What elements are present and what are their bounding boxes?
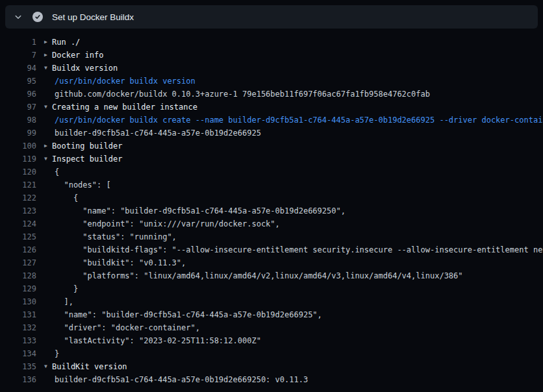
log-line: 130 ], xyxy=(0,295,543,308)
chevron-down-icon[interactable] xyxy=(13,12,23,22)
log-line: 124 "endpoint": "unix:///var/run/docker.… xyxy=(0,217,543,230)
log-line: 123 "name": "builder-d9cfb5a1-c764-445a-… xyxy=(0,204,543,217)
line-number[interactable]: 1 xyxy=(0,36,36,49)
output-text: } xyxy=(55,347,59,360)
marker-spacer xyxy=(44,75,52,88)
output-text: "platforms": "linux/amd64,linux/amd64/v2… xyxy=(55,269,463,282)
output-text: "name": "builder-d9cfb5a1-c764-445a-a57e… xyxy=(55,308,322,321)
marker-spacer xyxy=(44,269,52,282)
log-line: 132 "driver": "docker-container", xyxy=(0,321,543,334)
output-text: "driver": "docker-container", xyxy=(55,321,200,334)
marker-spacer xyxy=(44,127,52,140)
output-text: "name": "builder-d9cfb5a1-c764-445a-a57e… xyxy=(55,204,346,217)
line-number[interactable]: 130 xyxy=(0,295,36,308)
log-line: 96github.com/docker/buildx 0.10.3+azure-… xyxy=(0,88,543,101)
triangle-right-icon: ▶ xyxy=(44,49,52,62)
output-text: "buildkit": "v0.11.3", xyxy=(55,256,186,269)
line-number[interactable]: 98 xyxy=(0,114,36,127)
line-number[interactable]: 126 xyxy=(0,243,36,256)
marker-spacer xyxy=(44,165,52,178)
group-title: Creating a new builder instance xyxy=(52,101,197,114)
marker-spacer xyxy=(44,373,52,386)
line-number[interactable]: 121 xyxy=(0,178,36,191)
log-group-row[interactable]: 119▼Inspect builder xyxy=(0,153,543,165)
log-line: 134} xyxy=(0,347,543,360)
log-group-row[interactable]: 135▼BuildKit version xyxy=(0,360,543,373)
log-group-row[interactable]: 1▶Run ./ xyxy=(0,36,543,49)
line-number[interactable]: 99 xyxy=(0,127,36,140)
output-text: "status": "running", xyxy=(55,230,177,243)
marker-spacer xyxy=(44,321,52,334)
log-line: 136builder-d9cfb5a1-c764-445a-a57e-0b19d… xyxy=(0,373,543,386)
log-group-row[interactable]: 100▶Booting builder xyxy=(0,140,543,153)
command-text: /usr/bin/docker buildx version xyxy=(55,75,196,88)
triangle-down-icon: ▼ xyxy=(44,153,52,165)
group-title: Booting builder xyxy=(52,140,122,153)
line-number[interactable]: 129 xyxy=(0,282,36,295)
output-text: ], xyxy=(55,295,73,308)
log-group-row[interactable]: 97▼Creating a new builder instance xyxy=(0,101,543,114)
line-number[interactable]: 94 xyxy=(0,62,36,75)
output-text: "lastActivity": "2023-02-25T11:58:12.000… xyxy=(55,334,261,347)
output-text: github.com/docker/buildx 0.10.3+azure-1 … xyxy=(55,88,430,101)
log-line: 95/usr/bin/docker buildx version xyxy=(0,75,543,88)
line-number[interactable]: 134 xyxy=(0,347,36,360)
line-number[interactable]: 132 xyxy=(0,321,36,334)
log-line: 128 "platforms": "linux/amd64,linux/amd6… xyxy=(0,269,543,282)
line-number[interactable]: 133 xyxy=(0,334,36,347)
line-number[interactable]: 96 xyxy=(0,88,36,101)
marker-spacer xyxy=(44,347,52,360)
output-text: builder-d9cfb5a1-c764-445a-a57e-0b19d2e6… xyxy=(55,373,308,386)
output-text: } xyxy=(55,282,78,295)
marker-spacer xyxy=(44,191,52,204)
marker-spacer xyxy=(44,334,52,347)
output-text: "buildkitd-flags": "--allow-insecure-ent… xyxy=(55,243,543,256)
marker-spacer xyxy=(44,230,52,243)
marker-spacer xyxy=(44,295,52,308)
group-title: Run ./ xyxy=(52,36,80,49)
triangle-down-icon: ▼ xyxy=(44,360,52,373)
log-line: 126 "buildkitd-flags": "--allow-insecure… xyxy=(0,243,543,256)
triangle-down-icon: ▼ xyxy=(44,62,52,75)
line-number[interactable]: 131 xyxy=(0,308,36,321)
line-number[interactable]: 125 xyxy=(0,230,36,243)
marker-spacer xyxy=(44,178,52,191)
line-number[interactable]: 120 xyxy=(0,165,36,178)
triangle-right-icon: ▶ xyxy=(44,36,52,49)
log-lines: 1▶Run ./7▶Docker info94▼Buildx version95… xyxy=(0,29,543,386)
line-number[interactable]: 124 xyxy=(0,217,36,230)
log-line: 99builder-d9cfb5a1-c764-445a-a57e-0b19d2… xyxy=(0,127,543,140)
line-number[interactable]: 127 xyxy=(0,256,36,269)
marker-spacer xyxy=(44,243,52,256)
line-number[interactable]: 136 xyxy=(0,373,36,386)
log-line: 98/usr/bin/docker buildx create --name b… xyxy=(0,114,543,127)
marker-spacer xyxy=(44,308,52,321)
line-number[interactable]: 123 xyxy=(0,204,36,217)
line-number[interactable]: 100 xyxy=(0,140,36,153)
log-group-row[interactable]: 94▼Buildx version xyxy=(0,62,543,75)
line-number[interactable]: 7 xyxy=(0,49,36,62)
line-number[interactable]: 128 xyxy=(0,269,36,282)
marker-spacer xyxy=(44,282,52,295)
line-number[interactable]: 135 xyxy=(0,360,36,373)
line-number[interactable]: 95 xyxy=(0,75,36,88)
step-header[interactable]: Set up Docker Buildx xyxy=(5,5,538,29)
output-text: builder-d9cfb5a1-c764-445a-a57e-0b19d2e6… xyxy=(55,127,261,140)
group-title: Inspect builder xyxy=(52,153,122,165)
check-circle-icon xyxy=(32,12,43,22)
line-number[interactable]: 122 xyxy=(0,191,36,204)
triangle-right-icon: ▶ xyxy=(44,140,52,153)
step-title: Set up Docker Buildx xyxy=(52,12,134,22)
group-title: Docker info xyxy=(52,49,103,62)
triangle-down-icon: ▼ xyxy=(44,101,52,114)
log-line: 133 "lastActivity": "2023-02-25T11:58:12… xyxy=(0,334,543,347)
group-title: BuildKit version xyxy=(52,360,127,373)
log-line: 129 } xyxy=(0,282,543,295)
output-text: { xyxy=(55,165,59,178)
log-group-row[interactable]: 7▶Docker info xyxy=(0,49,543,62)
line-number[interactable]: 97 xyxy=(0,101,36,114)
line-number[interactable]: 119 xyxy=(0,153,36,165)
output-text: "endpoint": "unix:///var/run/docker.sock… xyxy=(55,217,280,230)
log-line: 131 "name": "builder-d9cfb5a1-c764-445a-… xyxy=(0,308,543,321)
command-text: /usr/bin/docker buildx create --name bui… xyxy=(55,114,543,127)
